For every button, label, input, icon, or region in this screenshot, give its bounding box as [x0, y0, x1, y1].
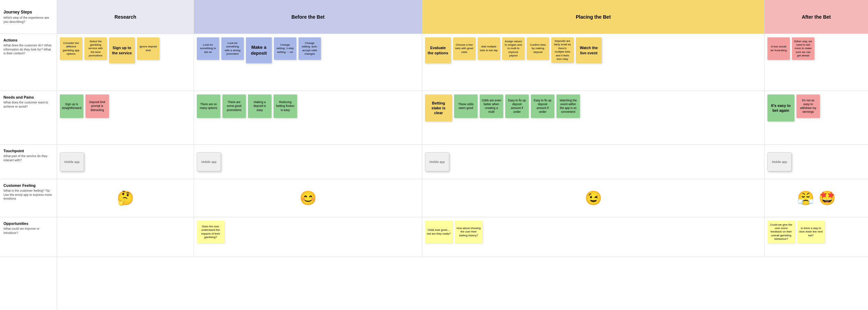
sticky-note[interactable]: These odds seem good — [454, 94, 478, 118]
sticky-note[interactable]: Deposits are fairly small as there's mul… — [551, 37, 574, 63]
opportunity-note[interactable]: Is there a way to slow down the next bet… — [797, 221, 825, 243]
feeling-row: 🤔 😊 😉 😤 🤩 — [57, 179, 868, 217]
touchpoint-after: Mobile app — [765, 145, 868, 179]
feeling-emoji: 😉 — [585, 190, 602, 206]
sticky-note[interactable]: Sign up is straightforward — [60, 94, 83, 118]
feeling-emoji: 😤 — [797, 190, 814, 206]
sticky-note[interactable]: Assign values to singles and to multi to… — [502, 37, 525, 60]
sticky-note[interactable]: Select the gambling service with the bes… — [84, 37, 107, 60]
phase-research: Research — [57, 0, 194, 34]
needs-row: Sign up is straightforward Deposit limit… — [57, 91, 868, 145]
sticky-note[interactable]: A loss would be frustrating — [767, 37, 790, 60]
touchpoint-before: Mobile app — [194, 145, 422, 179]
sticky-note[interactable]: Look for something with a strong promoti… — [221, 37, 244, 60]
sticky-note[interactable]: Confirm bets by making deposit — [527, 37, 549, 60]
actions-placing: Evaluate the options Choose a few bets w… — [422, 34, 765, 91]
sticky-note[interactable]: Choose a few bets with good odds — [453, 37, 475, 60]
actions-title: Actions — [3, 38, 53, 42]
touchpoint-label: Touchpoint What part of the service do t… — [0, 145, 57, 179]
needs-placing: Betting stake is clear These odds seem g… — [422, 91, 765, 144]
opportunity-note[interactable]: Odds look good… but are they really? — [425, 221, 453, 243]
feeling-emoji: 😊 — [299, 190, 317, 206]
sticky-note[interactable]: Make a deposit — [246, 37, 272, 63]
opportunities-research — [57, 217, 194, 257]
sticky-note[interactable]: Change setting: auto-accept odds changes — [298, 37, 321, 60]
touchpoint-card[interactable]: Mobile app — [767, 152, 792, 171]
feeling-research: 🤔 — [57, 179, 194, 217]
needs-before: There are so many options There are some… — [194, 91, 422, 144]
needs-research: Sign up is straightforward Deposit limit… — [57, 91, 194, 144]
opportunities-row: Does the user understand the impacts of … — [57, 217, 868, 257]
sticky-note[interactable]: Deposit limit prompt is distracting — [85, 94, 109, 118]
feeling-title: Customer Feeling — [3, 183, 53, 188]
touchpoint-title: Touchpoint — [3, 149, 53, 153]
sticky-note[interactable]: Look for something to bet on — [197, 37, 219, 60]
touchpoint-desc: What part of the service do they interac… — [3, 154, 53, 162]
needs-title: Needs and Pains — [3, 95, 53, 99]
opportunities-label: Opportunities What could we improve or i… — [0, 217, 57, 257]
feeling-after: 😤 🤩 — [765, 179, 868, 217]
opportunities-placing: Odds look good… but are they really? How… — [422, 217, 765, 257]
touchpoint-card[interactable]: Mobile app — [60, 152, 84, 171]
touchpoint-research: Mobile app — [57, 145, 194, 179]
sticky-note[interactable]: Watch the live event — [576, 37, 602, 63]
sticky-note[interactable]: Either way, we need to bet more to make … — [792, 37, 814, 60]
feeling-desc: What is the customer feeling? Tip: Use t… — [3, 189, 53, 201]
sticky-note[interactable]: It's not as easy to withdraw my winnings — [796, 94, 820, 118]
feeling-emoji: 🤩 — [819, 190, 836, 206]
sticky-note[interactable]: It's easy to bet again — [767, 94, 794, 121]
touchpoint-card[interactable]: Mobile app — [425, 152, 449, 171]
sticky-note[interactable]: Reducing betting friction is easy — [274, 94, 297, 118]
feeling-emoji: 🤔 — [117, 190, 134, 206]
needs-label: Needs and Pains What does the customer w… — [0, 91, 57, 145]
journey-steps-title: Journey Steps — [3, 10, 53, 15]
sticky-note[interactable]: Watching the event within the app is so … — [556, 94, 580, 118]
phase-before: Before the Bet — [194, 0, 422, 34]
sticky-note[interactable]: Change setting: 1-step betting → on — [274, 37, 296, 60]
feeling-before: 😊 — [194, 179, 422, 217]
sticky-note[interactable]: Betting stake is clear — [425, 94, 452, 121]
sticky-note[interactable]: Sign up to the service — [109, 37, 135, 63]
needs-desc: What does the customer want to achieve o… — [3, 101, 53, 109]
sticky-note[interactable]: There are some good promotions — [222, 94, 246, 118]
phase-placing: Placing the Bet — [422, 0, 765, 34]
sticky-note[interactable]: Odds are even better when creating a mul… — [480, 94, 503, 118]
actions-row: Consider the different gambling app opti… — [57, 34, 868, 91]
top-left-header: Journey Steps Which step of the experien… — [0, 0, 57, 34]
journey-steps-desc: Which step of the experience are you des… — [3, 16, 53, 24]
sticky-note[interactable]: Ignore deposit limit — [137, 37, 159, 60]
opportunities-desc: What could we improve or introduce? — [3, 227, 53, 235]
opportunities-title: Opportunities — [3, 221, 53, 226]
sticky-note[interactable]: Easy to fix up deposit amount if under — [505, 94, 529, 118]
touchpoint-card[interactable]: Mobile app — [197, 152, 221, 171]
actions-desc: What does the customer do? What informat… — [3, 44, 53, 56]
touchpoint-placing: Mobile app — [422, 145, 765, 179]
actions-research: Consider the different gambling app opti… — [57, 34, 194, 91]
touchpoint-row: Mobile app Mobile app Mobile app Mobile … — [57, 145, 868, 179]
sticky-note[interactable]: Evaluate the options — [425, 37, 451, 63]
sticky-note[interactable]: Easy to fix up deposit amount if under — [531, 94, 554, 118]
opportunity-note[interactable]: How about showing the user their betting… — [455, 221, 482, 243]
opportunity-note[interactable]: Does the user understand the impacts of … — [197, 221, 224, 243]
opportunities-after: Could we give the user some feedback on … — [765, 217, 868, 257]
actions-after: A loss would be frustrating Either way, … — [765, 34, 868, 91]
actions-before: Look for something to bet on Look for so… — [194, 34, 422, 91]
feeling-placing: 😉 — [422, 179, 765, 217]
opportunity-note[interactable]: Could we give the user some feedback on … — [767, 221, 795, 243]
sticky-note[interactable]: Consider the different gambling app opti… — [60, 37, 82, 60]
needs-after: It's easy to bet again It's not as easy … — [765, 91, 868, 144]
feeling-label: Customer Feeling What is the customer fe… — [0, 179, 57, 217]
sticky-note[interactable]: Making a deposit is easy — [248, 94, 271, 118]
phase-after: After the Bet — [765, 0, 868, 34]
opportunities-before: Does the user understand the impacts of … — [194, 217, 422, 257]
actions-label: Actions What does the customer do? What … — [0, 34, 57, 91]
sticky-note[interactable]: There are so many options — [197, 94, 220, 118]
sticky-note[interactable]: Add multiple bets to bet slip — [478, 37, 500, 60]
